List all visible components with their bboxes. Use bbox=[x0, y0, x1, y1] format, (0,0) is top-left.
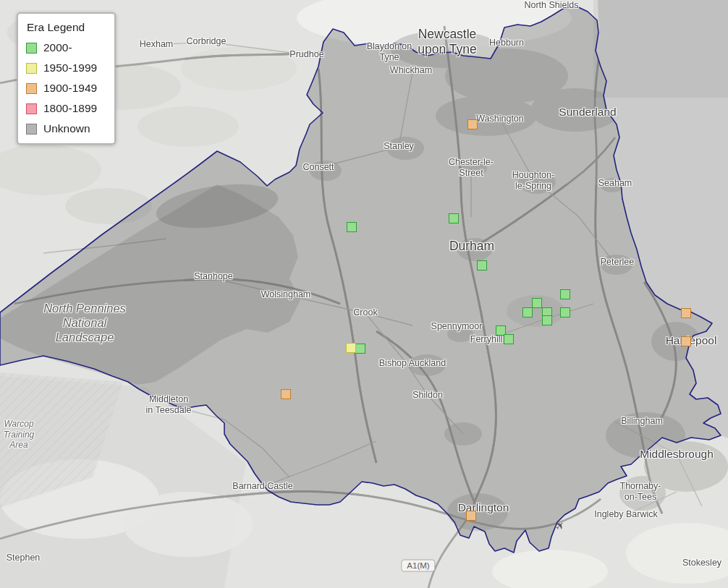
map-canvas[interactable]: Newcastle upon TyneNorth ShieldsHebburnB… bbox=[0, 0, 728, 588]
era-marker[interactable] bbox=[347, 222, 357, 232]
era-marker[interactable] bbox=[681, 336, 691, 346]
legend-item-label: 2000- bbox=[43, 41, 72, 54]
legend-item-label: 1900-1949 bbox=[43, 82, 97, 95]
era-legend: Era Legend 2000-1950-19991900-19491800-1… bbox=[17, 12, 116, 145]
legend-item: 2000- bbox=[26, 41, 107, 54]
era-marker[interactable] bbox=[477, 260, 487, 270]
era-marker[interactable] bbox=[449, 213, 459, 223]
era-marker[interactable] bbox=[467, 119, 478, 129]
legend-swatch-icon bbox=[26, 83, 37, 94]
legend-swatch-icon bbox=[26, 63, 37, 74]
era-marker[interactable] bbox=[466, 511, 476, 521]
legend-title: Era Legend bbox=[27, 21, 107, 34]
road-badge-a1m: A1(M) bbox=[401, 560, 435, 572]
era-marker[interactable] bbox=[542, 315, 552, 325]
era-marker[interactable] bbox=[532, 298, 542, 308]
era-marker[interactable] bbox=[281, 389, 291, 399]
legend-item: 1950-1999 bbox=[26, 61, 107, 74]
sea-shade bbox=[593, 0, 728, 98]
legend-item: 1900-1949 bbox=[26, 82, 107, 95]
legend-item-label: 1800-1899 bbox=[43, 102, 97, 115]
legend-swatch-icon bbox=[26, 103, 37, 114]
legend-items: 2000-1950-19991900-19491800-1899Unknown bbox=[26, 41, 107, 135]
era-marker[interactable] bbox=[504, 334, 514, 344]
legend-swatch-icon bbox=[26, 43, 37, 54]
era-marker[interactable] bbox=[355, 344, 365, 354]
era-marker[interactable] bbox=[681, 308, 691, 318]
legend-item: 1800-1899 bbox=[26, 102, 107, 115]
era-marker[interactable] bbox=[560, 307, 570, 318]
legend-item-label: 1950-1999 bbox=[43, 61, 97, 74]
legend-item: Unknown bbox=[26, 122, 107, 135]
era-marker[interactable] bbox=[560, 289, 570, 299]
era-marker[interactable] bbox=[346, 343, 356, 353]
era-marker[interactable] bbox=[522, 307, 533, 318]
legend-item-label: Unknown bbox=[43, 122, 90, 135]
legend-swatch-icon bbox=[26, 124, 37, 135]
